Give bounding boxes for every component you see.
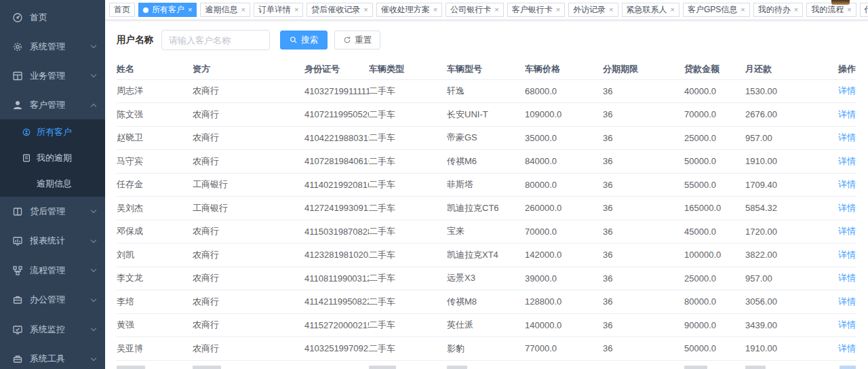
- detail-link[interactable]: 详情: [838, 319, 856, 330]
- avatar-fragment: [831, 0, 850, 5]
- column-header: 操作: [781, 59, 856, 79]
- detail-link[interactable]: 详情: [838, 226, 856, 236]
- chevron-down-icon: [91, 267, 96, 272]
- chevron-up-icon: [91, 103, 96, 109]
- cell-id-number: 410728198406160571: [304, 150, 369, 174]
- cell-loan-amount: 45000.0: [684, 220, 745, 244]
- cell-loan-amount: 25000.0: [684, 267, 745, 290]
- cell-name: 吴刘杰: [117, 197, 193, 220]
- tab-close-icon[interactable]: ×: [671, 6, 675, 14]
- sidebar-item-tools[interactable]: 系统工具: [0, 345, 105, 369]
- tab[interactable]: 客户GPS信息×: [683, 3, 750, 17]
- tab-label: 贷后催收记录: [311, 4, 360, 16]
- customers-table: 姓名资方身份证号车辆类型车辆型号车辆价格分期期限贷款金额月还款操作 周志洋 农商…: [117, 59, 856, 369]
- tab-close-icon[interactable]: ×: [294, 6, 298, 14]
- detail-link[interactable]: 详情: [838, 109, 856, 119]
- cell-vehicle-price: 70000.0: [525, 220, 603, 244]
- tab[interactable]: 贷后催收记录×: [307, 3, 372, 17]
- cell-funder: 农商行: [193, 290, 304, 314]
- user-icon: [12, 100, 23, 111]
- tab-close-icon[interactable]: ×: [494, 6, 498, 14]
- tab-close-icon[interactable]: ×: [741, 6, 745, 14]
- detail-link[interactable]: 详情: [838, 296, 856, 307]
- gear-icon: [12, 41, 23, 52]
- cell-id-number: 410325199709223094: [304, 337, 369, 361]
- chevron-down-icon: [91, 208, 96, 213]
- tab-label: 订单详情: [258, 4, 291, 16]
- tab-close-icon[interactable]: ×: [609, 6, 613, 14]
- sidebar-item-label: 办公管理: [30, 294, 92, 306]
- detail-link[interactable]: 详情: [838, 273, 856, 283]
- chevron-down-icon: [91, 72, 96, 77]
- cell-loan-amount: 55000.0: [684, 173, 745, 197]
- tab-close-icon[interactable]: ×: [188, 6, 192, 14]
- tab[interactable]: 催收处理方案×: [376, 3, 442, 17]
- cell-funder: 农商行: [193, 267, 304, 290]
- chevron-down-icon: [91, 43, 96, 48]
- sidebar-item-process[interactable]: 流程管理: [0, 256, 105, 286]
- detail-link[interactable]: 详情: [838, 203, 856, 213]
- tab-label: 我的流程: [811, 4, 844, 16]
- table-body: 周志洋 农商行 410327199111112819 二手车 轩逸 68000.…: [117, 79, 856, 360]
- grid-icon: [12, 71, 23, 81]
- table-row: 赵晓卫 农商行 410422198803195415 二手车 帝豪GS 3500…: [117, 126, 856, 150]
- detail-link[interactable]: 详情: [838, 156, 856, 166]
- cell-loan-amount: 80000.0: [684, 290, 745, 314]
- tab[interactable]: 我的待办×: [753, 3, 803, 17]
- cell-funder: 农商行: [193, 150, 304, 174]
- tab[interactable]: 外访记录×: [568, 3, 618, 17]
- search-input[interactable]: [161, 30, 270, 50]
- tab-close-icon[interactable]: ×: [363, 6, 368, 14]
- cell-monthly-payment: 2676.00: [745, 103, 781, 127]
- cell-monthly-payment: 1910.00: [745, 337, 781, 361]
- tab-close-icon[interactable]: ×: [847, 6, 851, 14]
- tab[interactable]: 所有客户×: [138, 3, 197, 17]
- detail-link[interactable]: 详情: [838, 250, 856, 260]
- detail-link[interactable]: 详情: [838, 343, 856, 353]
- sidebar-item-monitor[interactable]: 系统监控: [0, 315, 105, 345]
- cell-term: 36: [603, 267, 684, 290]
- detail-link[interactable]: 详情: [838, 179, 856, 189]
- detail-link[interactable]: 详情: [838, 132, 856, 142]
- cell-monthly-payment: 1910.00: [745, 150, 781, 174]
- cell-vehicle-type: 二手车: [369, 173, 447, 197]
- sidebar-item-postloan[interactable]: 贷后管理: [0, 197, 105, 227]
- tab-label: 紧急联系人: [627, 4, 667, 16]
- tab[interactable]: 逾期信息×: [200, 3, 250, 17]
- search-button[interactable]: 搜索: [280, 31, 328, 50]
- sidebar-item-all-customers[interactable]: 所有客户: [0, 119, 105, 145]
- tab[interactable]: 紧急联系人×: [622, 3, 679, 17]
- cell-vehicle-model: 宝来: [447, 220, 525, 244]
- tab[interactable]: 首页×: [109, 3, 135, 17]
- reset-button[interactable]: 重置: [334, 31, 380, 50]
- sidebar-item-reports[interactable]: 报表统计: [0, 227, 105, 256]
- tab-close-icon[interactable]: ×: [241, 6, 245, 14]
- tab[interactable]: 客户银行卡×: [507, 3, 565, 17]
- tab-close-icon[interactable]: ×: [794, 6, 798, 14]
- partial-table-row: [117, 360, 856, 369]
- sidebar-item-office[interactable]: 办公管理: [0, 286, 105, 315]
- sidebar-item-system[interactable]: 系统管理: [0, 32, 105, 61]
- sidebar-item-business[interactable]: 业务管理: [0, 61, 105, 90]
- cell-term: 36: [603, 103, 684, 127]
- table-row: 李培 农商行 41142119950822450X 二手车 传祺M8 12880…: [117, 290, 856, 314]
- cell-monthly-payment: 3056.00: [745, 290, 781, 314]
- sidebar-item-customer[interactable]: 客户管理: [0, 90, 105, 119]
- tab[interactable]: 公司银行卡×: [446, 3, 503, 17]
- column-header: 分期期限: [603, 59, 684, 79]
- tab[interactable]: 我的流程×: [806, 3, 856, 17]
- tab-label: 公司银行卡: [450, 4, 491, 16]
- cell-vehicle-price: 142000.0: [525, 244, 603, 267]
- tab-close-icon[interactable]: ×: [433, 6, 437, 14]
- tab[interactable]: 代签任务×: [860, 3, 868, 17]
- monitor-icon: [12, 324, 23, 335]
- cell-vehicle-model: 传祺M8: [447, 290, 525, 314]
- cell-funder: 农商行: [193, 220, 304, 244]
- sidebar-item-my-overdue[interactable]: 我的逾期: [0, 145, 105, 171]
- detail-link[interactable]: 详情: [838, 85, 856, 96]
- tab-close-icon[interactable]: ×: [556, 6, 560, 14]
- cell-id-number: 41232819810203631X: [304, 244, 369, 267]
- sidebar-item-overdue-info[interactable]: 逾期信息: [0, 171, 105, 197]
- tab[interactable]: 订单详情×: [254, 3, 303, 17]
- sidebar-item-home[interactable]: 首页: [0, 3, 105, 32]
